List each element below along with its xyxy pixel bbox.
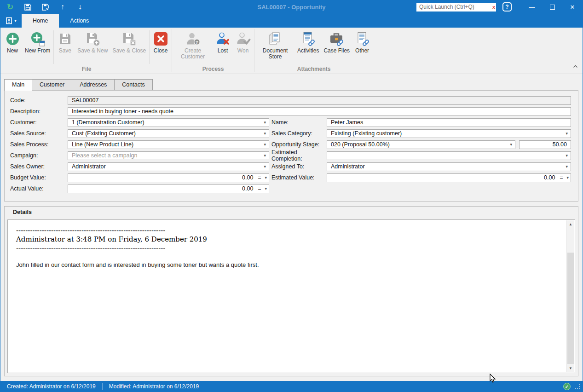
ribbon-group-caption-file: File [1,66,172,74]
close-window-button[interactable]: ✕ [562,0,583,14]
save-and-new-button[interactable]: Save & New [75,29,110,66]
help-icon[interactable]: ? [502,2,512,12]
code-field[interactable]: SAL00007 [68,96,571,105]
details-scrollbar[interactable]: ▲ ▼ [566,220,574,372]
ribbon-group-process: ? Create Customer Lost Won Proc [172,28,254,74]
tab-customer[interactable]: Customer [32,79,72,91]
chevron-down-icon[interactable]: ▾ [263,164,267,169]
activities-button[interactable]: Activities [295,29,321,66]
lost-button[interactable]: Lost [213,29,233,66]
ribbon-tab-actions[interactable]: Actions [59,14,100,28]
other-icon [354,31,370,46]
ribbon-group-attachments: Document Store Activities Case Files [254,28,373,74]
document-store-icon [267,31,283,46]
save-quick-icon[interactable] [23,3,32,11]
scrollbar-thumb[interactable] [567,253,574,364]
actual-value-field[interactable]: 0.00=▾ [68,184,269,193]
sales-process-dropdown[interactable]: Line (New Product Line)▾ [68,140,269,149]
assigned-to-dropdown[interactable]: Administrator▾ [327,162,571,171]
chevron-down-icon[interactable]: ▾ [265,175,267,180]
chevron-down-icon[interactable]: ▾ [565,164,569,169]
save-new-icon [85,31,100,46]
new-button[interactable]: New [2,29,23,66]
app-menu-caret-icon: ▾ [14,19,16,23]
code-label: Code: [10,97,68,104]
save-button[interactable]: Save [55,29,75,66]
navigate-down-icon[interactable]: ↓ [76,3,84,11]
quick-launch-box[interactable]: x [416,3,496,12]
save-icon [57,31,73,46]
customer-dropdown[interactable]: 1 (Demonstration Customer)▾ [68,118,269,127]
details-separator-line: ----------------------------------------… [16,244,561,253]
modified-status: Modified: Administrator on 6/12/2019 [103,381,205,392]
ribbon-separator [53,30,54,64]
new-from-button[interactable]: New From [23,29,52,66]
opportunity-stage-dropdown[interactable]: 020 (Proposal 50.00%)▾ [327,140,515,149]
budget-value-field[interactable]: 0.00=▾ [68,173,269,182]
resize-grip[interactable] [575,384,580,389]
create-customer-button[interactable]: ? Create Customer [173,29,213,66]
chevron-down-icon[interactable]: ▾ [566,175,569,180]
chevron-down-icon[interactable]: ▾ [509,142,513,147]
sales-owner-dropdown[interactable]: Administrator▾ [68,162,269,171]
opportunity-stage-percent-field[interactable]: 50.00 [519,140,571,149]
tab-contacts[interactable]: Contacts [114,79,152,91]
save-close-quick-icon[interactable] [41,3,49,11]
scroll-up-icon[interactable]: ▲ [567,220,574,228]
other-button[interactable]: Other [352,29,372,66]
chevron-down-icon[interactable]: ▾ [263,120,267,125]
chevron-down-icon[interactable]: ▾ [565,131,569,136]
chevron-down-icon[interactable]: ▾ [263,131,267,136]
save-close-icon [121,31,137,46]
case-files-button[interactable]: Case Files [321,29,352,66]
description-field[interactable]: Interested in buying toner - needs quote [68,107,571,116]
estimated-completion-label: Estimated Completion: [271,149,324,162]
details-body-text: John filled in our contact form and is i… [16,261,561,269]
new-from-icon [30,31,46,46]
tab-main[interactable]: Main [4,79,32,91]
application-menu-button[interactable]: ▾ [0,14,22,28]
scroll-down-icon[interactable]: ▼ [567,364,574,372]
tab-addresses[interactable]: Addresses [72,79,115,91]
details-group: Details --------------------------------… [4,206,578,376]
estimated-value-label: Estimated Value: [271,174,324,181]
save-and-close-button[interactable]: Save & Close [110,29,148,66]
details-textarea[interactable]: ----------------------------------------… [7,219,575,373]
calculator-icon[interactable]: = [258,185,261,192]
chevron-down-icon[interactable]: ▾ [265,186,267,191]
calculator-icon[interactable]: = [560,174,563,181]
opportunity-stage-label: Opportunity Stage: [271,141,324,148]
ribbon-group-caption-attachments: Attachments [254,66,373,74]
chevron-down-icon[interactable]: ▾ [263,153,267,158]
assigned-to-label: Assigned To: [271,163,324,170]
sales-process-label: Sales Process: [10,141,68,148]
won-button[interactable]: Won [233,29,253,66]
won-icon [235,31,251,46]
maximize-button[interactable] [542,0,562,14]
chevron-down-icon[interactable]: ▾ [263,142,267,147]
calculator-icon[interactable]: = [258,174,261,181]
name-field[interactable]: Peter James [327,118,571,127]
document-store-button[interactable]: Document Store [255,29,295,66]
chevron-down-icon[interactable]: ▾ [565,153,569,158]
ribbon-tab-home[interactable]: Home [22,14,59,28]
quick-launch-clear-icon[interactable]: x [492,4,498,10]
campaign-dropdown[interactable]: Please select a campaign▾ [68,151,269,160]
minimize-button[interactable]: — [522,0,542,14]
refresh-icon[interactable]: ↻ [6,3,14,11]
svg-text:?: ? [196,39,198,44]
titlebar: ↻ ↑ ↓ SAL00007 - Opportunity x ? — ✕ [0,0,583,14]
sales-category-dropdown[interactable]: Existing (Existing customer)▾ [327,129,571,138]
navigate-up-icon[interactable]: ↑ [58,3,67,11]
ribbon: New New From Save [0,28,583,74]
ribbon-separator [149,30,150,64]
create-customer-icon: ? [185,31,201,46]
estimated-value-field[interactable]: 0.00=▾ [327,173,571,182]
estimated-completion-dropdown[interactable]: ▾ [327,151,571,160]
quick-launch-input[interactable] [416,3,492,12]
close-button[interactable]: Close [150,29,171,66]
sales-source-dropdown[interactable]: Cust (Existing Customer)▾ [68,129,269,138]
status-ok-icon: ✓ [563,383,571,390]
close-icon [153,31,168,46]
collapse-ribbon-icon[interactable] [573,62,578,70]
